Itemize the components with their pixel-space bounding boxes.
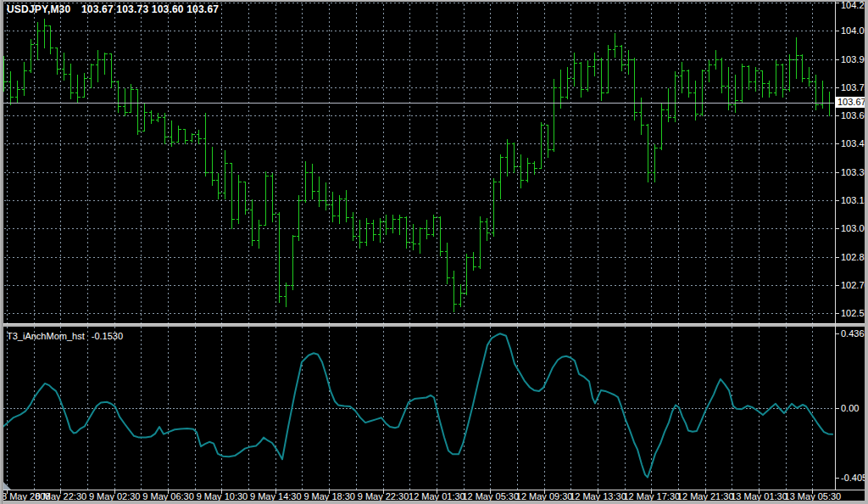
indicator-label: T3_iAnchMom_hst -0.1530 (7, 331, 123, 341)
indicator-axis[interactable]: 0.43690.00-0.4056 (835, 0, 868, 504)
main-price-chart[interactable] (0, 0, 835, 323)
chart-title: USDJPY,M30 103.67 103.73 103.60 103.67 (7, 3, 219, 15)
window-border-top (0, 0, 868, 2)
indicator-axis-tick (835, 478, 839, 479)
chart-quote-ohlc: 103.67 103.73 103.60 103.67 (81, 3, 219, 15)
panel-divider[interactable] (0, 323, 868, 327)
chart-symbol-period: USDJPY,M30 (7, 3, 70, 15)
window-border-left-shadow (2, 0, 3, 504)
indicator-axis-tick (835, 333, 839, 334)
current-price-label: 103.67 (835, 97, 868, 108)
indicator-axis-label: 0.00 (841, 403, 859, 413)
indicator-chart[interactable] (0, 327, 835, 490)
indicator-name: T3_iAnchMom_hst (7, 331, 85, 341)
window-border-right (865, 0, 868, 504)
indicator-value: -0.1530 (92, 331, 123, 341)
chart-shift-triangle (3, 482, 11, 490)
window-border-bottom (0, 501, 868, 504)
chart-window: USDJPY,M30 103.67 103.73 103.60 103.67 T… (0, 0, 868, 504)
indicator-axis-tick (835, 408, 839, 409)
